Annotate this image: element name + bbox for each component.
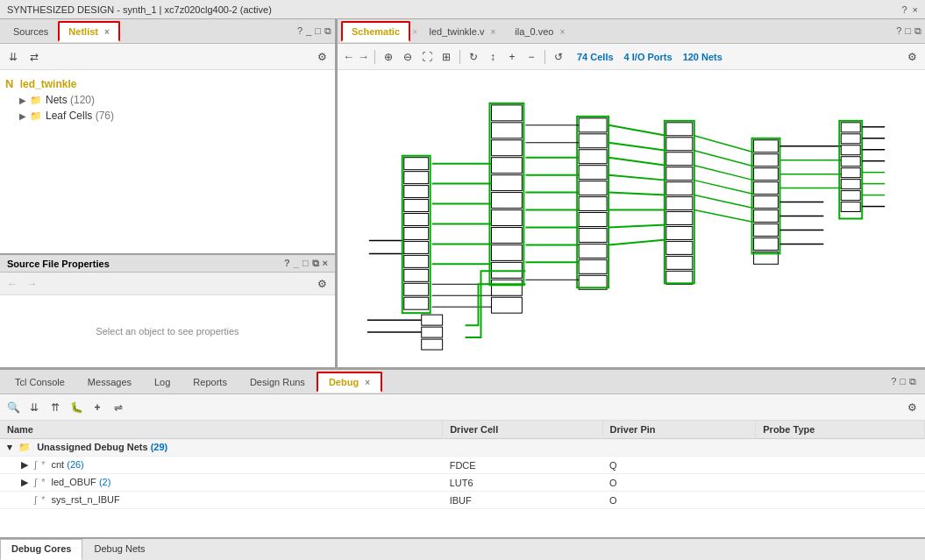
close-button[interactable]: × bbox=[913, 4, 918, 15]
properties-header-icons: ? _ □ ⧉ × bbox=[284, 258, 328, 269]
sch-forward-button[interactable]: → bbox=[358, 50, 369, 63]
settings-icon[interactable]: ⚙ bbox=[314, 49, 330, 65]
tab-netlist[interactable]: Netlist × bbox=[58, 21, 120, 42]
help-icon[interactable]: ? bbox=[297, 25, 302, 37]
col-probe-type: Probe Type bbox=[756, 421, 925, 439]
svg-rect-13 bbox=[404, 297, 429, 309]
svg-rect-15 bbox=[491, 105, 522, 121]
debug-search-icon[interactable]: 🔍 bbox=[5, 400, 21, 415]
float-icon[interactable]: ⧉ bbox=[324, 25, 331, 37]
zoom-out-icon[interactable]: ⊖ bbox=[400, 49, 416, 65]
leafcells-expand-arrow[interactable]: ▶ bbox=[19, 111, 26, 121]
title-bar-text: SYNTHESIZED DESIGN - synth_1 | xc7z020cl… bbox=[7, 4, 272, 15]
bottom-float-button[interactable]: ⧉ bbox=[909, 376, 916, 387]
refresh-icon[interactable]: ↺ bbox=[551, 49, 566, 65]
footer-tab-debug-nets[interactable]: Debug Nets bbox=[82, 539, 156, 560]
tab-messages[interactable]: Messages bbox=[76, 372, 143, 392]
svg-rect-26 bbox=[491, 297, 522, 313]
prop-settings-icon[interactable]: ⚙ bbox=[314, 276, 330, 292]
debug-expand-icon[interactable]: ⇈ bbox=[47, 400, 63, 415]
table-row[interactable]: ▶ ∫ * led_OBUF (2) LUT6 O bbox=[0, 474, 925, 492]
debug-toolbar: 🔍 ⇊ ⇈ 🐛 + ⇌ ⚙ bbox=[0, 394, 925, 421]
schematic-canvas[interactable] bbox=[338, 70, 925, 367]
row-sysrst-probe-type bbox=[756, 492, 925, 509]
toolbar-sep-2 bbox=[459, 50, 460, 64]
svg-rect-23 bbox=[491, 245, 522, 260]
prop-minimize-button[interactable]: _ bbox=[294, 258, 299, 269]
prop-help-button[interactable]: ? bbox=[284, 258, 290, 269]
subtract-icon[interactable]: − bbox=[523, 49, 539, 65]
help-button[interactable]: ? bbox=[901, 4, 907, 15]
svg-rect-38 bbox=[579, 134, 607, 148]
prop-float-button[interactable]: ⧉ bbox=[312, 258, 319, 269]
prop-close-button[interactable]: × bbox=[323, 258, 328, 269]
debug-auto-icon[interactable]: ⇌ bbox=[110, 400, 126, 415]
tree-item-leafcells[interactable]: ▶ 📁 Leaf Cells (76) bbox=[5, 108, 330, 124]
debug-collapse-icon[interactable]: ⇊ bbox=[26, 400, 42, 415]
svg-rect-18 bbox=[491, 158, 522, 174]
tab-led-twinkle-v[interactable]: led_twinkle.v × bbox=[419, 22, 505, 41]
minimize-icon[interactable]: _ bbox=[306, 25, 311, 37]
svg-rect-25 bbox=[491, 280, 522, 295]
schematic-svg bbox=[338, 70, 925, 367]
svg-rect-66 bbox=[666, 226, 693, 239]
tab-log[interactable]: Log bbox=[143, 372, 181, 392]
tab-debug[interactable]: Debug × bbox=[317, 372, 382, 393]
footer-tab-debug-cores[interactable]: Debug Cores bbox=[0, 539, 82, 560]
tab-design-runs[interactable]: Design Runs bbox=[238, 372, 317, 392]
add-icon[interactable]: + bbox=[504, 49, 520, 65]
table-row[interactable]: ▶ ∫ * cnt (26) FDCE Q bbox=[0, 457, 925, 474]
restore-icon[interactable]: □ bbox=[315, 25, 321, 37]
bottom-restore-button[interactable]: □ bbox=[900, 376, 906, 387]
svg-rect-61 bbox=[666, 152, 693, 166]
left-tab-bar-icons: ? _ □ ⧉ bbox=[297, 25, 331, 37]
cnt-expand-arrow[interactable]: ▶ bbox=[21, 459, 28, 470]
svg-rect-17 bbox=[491, 140, 522, 156]
select-icon[interactable]: ⊞ bbox=[438, 49, 454, 65]
debug-settings-icon[interactable]: ⚙ bbox=[904, 400, 920, 415]
debug-table: Name Driver Cell Driver Pin Probe Type ▾… bbox=[0, 421, 925, 537]
vertical-icon[interactable]: ↕ bbox=[485, 49, 501, 65]
nets-expand-arrow[interactable]: ▶ bbox=[19, 96, 26, 105]
prop-restore-button[interactable]: □ bbox=[302, 258, 309, 269]
debug-bug-icon[interactable]: 🐛 bbox=[68, 400, 84, 415]
sch-back-button[interactable]: ← bbox=[343, 50, 354, 63]
col-name: Name bbox=[0, 421, 443, 439]
tab-netlist-close[interactable]: × bbox=[104, 27, 110, 37]
tab-sources[interactable]: Sources bbox=[4, 22, 58, 41]
fit-icon[interactable]: ⛶ bbox=[419, 49, 435, 65]
tab-schematic[interactable]: Schematic bbox=[341, 21, 410, 42]
group-expand-arrow[interactable]: ▾ bbox=[7, 442, 12, 452]
collapse-all-icon[interactable]: ⇊ bbox=[5, 49, 21, 65]
tab-ila-0-veo-close[interactable]: × bbox=[559, 27, 565, 37]
svg-rect-83 bbox=[754, 196, 779, 209]
col-driver-pin: Driver Pin bbox=[602, 421, 756, 439]
debug-add-probe-icon[interactable]: + bbox=[89, 400, 105, 415]
schematic-help-button[interactable]: ? bbox=[896, 25, 901, 37]
tab-reports[interactable]: Reports bbox=[181, 372, 238, 392]
svg-rect-85 bbox=[754, 223, 779, 236]
link-icon[interactable]: ⇄ bbox=[26, 49, 42, 65]
rotate-icon[interactable]: ↻ bbox=[466, 49, 481, 65]
schematic-settings-icon[interactable]: ⚙ bbox=[904, 49, 920, 65]
row-led-obuf-driver-cell: LUT6 bbox=[443, 474, 602, 492]
bottom-panel: Tcl Console Messages Log Reports Design … bbox=[0, 370, 925, 560]
led-obuf-expand-arrow[interactable]: ▶ bbox=[21, 477, 28, 487]
table-row[interactable]: ▶ ∫ * sys_rst_n_IBUF IBUF O bbox=[0, 492, 925, 509]
svg-rect-79 bbox=[754, 140, 779, 152]
tab-led-twinkle-v-close[interactable]: × bbox=[491, 27, 496, 37]
bottom-help-button[interactable]: ? bbox=[891, 376, 896, 387]
table-row[interactable]: ▾ 📁 Unassigned Debug Nets (29) bbox=[0, 439, 925, 457]
schematic-restore-button[interactable]: □ bbox=[905, 25, 911, 37]
row-cnt-driver-pin: Q bbox=[602, 457, 756, 474]
tree-item-nets[interactable]: ▶ 📁 Nets (120) bbox=[5, 92, 330, 108]
svg-rect-121 bbox=[422, 327, 443, 337]
tab-ila-0-veo[interactable]: ila_0.veo × bbox=[505, 22, 574, 41]
schematic-float-button[interactable]: ⧉ bbox=[914, 25, 921, 37]
prop-forward-arrow[interactable]: → bbox=[25, 277, 39, 291]
tab-debug-close[interactable]: × bbox=[365, 378, 370, 387]
svg-rect-16 bbox=[491, 123, 522, 138]
zoom-in-icon[interactable]: ⊕ bbox=[381, 49, 396, 65]
tab-tcl-console[interactable]: Tcl Console bbox=[4, 372, 76, 392]
prop-back-arrow[interactable]: ← bbox=[5, 277, 19, 291]
